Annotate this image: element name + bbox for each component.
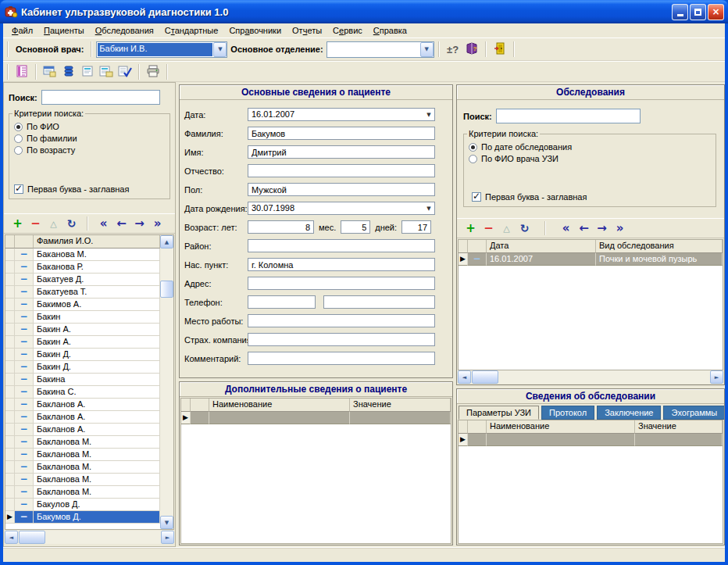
patient-name-cell[interactable]: Баканова М. xyxy=(34,249,160,261)
scroll-right-icon[interactable]: ► xyxy=(161,531,174,544)
patient-name-cell[interactable]: Бакланов А. xyxy=(34,424,160,436)
patient-row[interactable]: −Бакин Д. xyxy=(5,361,160,374)
patient-card-button[interactable] xyxy=(41,63,59,80)
tab-2[interactable]: Протокол xyxy=(541,406,594,420)
radio-selected-icon[interactable] xyxy=(469,143,477,152)
exams-horizontal-scrollbar[interactable]: ◄ ► xyxy=(458,370,723,384)
age-days-input[interactable] xyxy=(401,220,431,234)
menu-item-6[interactable]: Сервис xyxy=(327,25,368,36)
radio-option-1[interactable]: По фамилии xyxy=(14,134,165,143)
name-column-header[interactable]: Наименование xyxy=(487,420,635,434)
prev-button[interactable]: ← xyxy=(112,216,130,231)
patient-row[interactable]: −Бакланов А. xyxy=(5,399,160,411)
scroll-up-icon[interactable]: ▲ xyxy=(160,235,173,249)
age-years-input[interactable] xyxy=(248,220,314,234)
exam-type-cell[interactable]: Почки и мочевой пузырь xyxy=(596,253,723,266)
scrollbar-thumb[interactable] xyxy=(160,281,173,298)
help-button[interactable]: ? xyxy=(462,41,481,59)
last-button[interactable]: » xyxy=(611,220,629,236)
menu-item-2[interactable]: Обследования xyxy=(90,25,159,36)
patient-row[interactable]: −Бакланова М. xyxy=(5,474,160,486)
patient-row[interactable]: −Бакланова М. xyxy=(5,486,160,499)
field-input[interactable] xyxy=(248,164,435,177)
patient-row[interactable]: −Бакин Д. xyxy=(5,349,160,361)
age-months-input[interactable] xyxy=(341,220,370,234)
date-column-header[interactable]: Дата xyxy=(487,240,596,253)
phone-input-1[interactable] xyxy=(248,295,316,309)
exam-search-input[interactable] xyxy=(496,109,641,123)
refresh-button[interactable]: ↻ xyxy=(516,220,534,236)
field-input[interactable] xyxy=(248,352,435,365)
radio-option-0[interactable]: По дате обследования xyxy=(469,142,711,152)
field-combobox[interactable]: 16.01.2007▼ xyxy=(248,108,435,121)
last-button[interactable]: » xyxy=(148,216,166,231)
delete-button[interactable]: − xyxy=(480,220,498,236)
patient-row[interactable]: −Бакланов А. xyxy=(5,411,160,424)
exam-type-column-header[interactable]: Вид обследования xyxy=(596,240,723,253)
menu-item-1[interactable]: Пациенты xyxy=(38,25,90,36)
maximize-button[interactable] xyxy=(690,4,706,20)
phone-input-2[interactable] xyxy=(323,295,435,309)
patient-row[interactable]: −Бакланова М. xyxy=(5,449,160,461)
scrollbar-thumb[interactable] xyxy=(19,531,45,544)
patient-row[interactable]: −Бакина xyxy=(5,374,160,386)
patient-row[interactable]: −Баканова Р. xyxy=(5,261,160,274)
radio-option-1[interactable]: По ФИО врача УЗИ xyxy=(469,154,711,163)
scroll-right-icon[interactable]: ► xyxy=(710,370,723,384)
tab-1[interactable]: Параметры УЗИ xyxy=(459,406,539,420)
patients-horizontal-scrollbar[interactable]: ◄ ► xyxy=(5,531,174,544)
patient-name-cell[interactable]: Бакланова М. xyxy=(34,461,160,474)
next-button[interactable]: → xyxy=(130,216,148,231)
first-button[interactable]: « xyxy=(557,220,575,236)
refresh-button[interactable]: ↻ xyxy=(62,216,80,231)
patient-name-cell[interactable]: Баканова Р. xyxy=(34,261,160,274)
edit-button[interactable]: △ xyxy=(45,216,62,231)
checkbox-checked-icon[interactable] xyxy=(14,184,23,194)
surname-column-header[interactable]: Фамилия И.О. xyxy=(34,235,160,249)
minimize-button[interactable] xyxy=(672,4,688,20)
close-button[interactable]: × xyxy=(708,4,724,20)
additional-table-row[interactable]: ▶ xyxy=(181,412,451,424)
patient-name-cell[interactable]: Бакланова М. xyxy=(34,486,160,499)
menu-item-0[interactable]: Файл xyxy=(6,25,38,36)
patient-search-input[interactable] xyxy=(41,90,160,105)
value-column-header[interactable]: Значение xyxy=(350,399,451,412)
field-combobox[interactable]: 30.07.1998▼ xyxy=(248,202,435,215)
title-bar[interactable]: Кабинет ультразвуковой диагностики 1.0 × xyxy=(0,0,728,23)
chevron-down-icon[interactable]: ▼ xyxy=(423,109,434,120)
patient-name-cell[interactable]: Бакланова М. xyxy=(34,449,160,461)
protocol-button[interactable] xyxy=(78,63,97,80)
chevron-down-icon[interactable]: ▼ xyxy=(423,202,434,214)
exam-row[interactable]: ▶−16.01.2007Почки и мочевой пузырь xyxy=(459,253,723,266)
patient-name-cell[interactable]: Бакатуева Т. xyxy=(34,286,160,299)
patient-row[interactable]: −Бакланов А. xyxy=(5,424,160,436)
scroll-down-icon[interactable]: ▼ xyxy=(160,516,173,529)
patient-name-cell[interactable]: Бакин А. xyxy=(34,324,160,336)
menu-item-3[interactable]: Стандартные xyxy=(159,25,224,36)
edit-button[interactable]: △ xyxy=(498,220,516,236)
patient-name-cell[interactable]: Бакин А. xyxy=(34,336,160,349)
about-button[interactable]: ±? xyxy=(444,41,462,59)
confirm-button[interactable] xyxy=(116,63,134,80)
patient-name-cell[interactable]: Бакумов Д. xyxy=(34,511,160,524)
database-button[interactable] xyxy=(59,63,78,80)
radio-selected-icon[interactable] xyxy=(14,123,23,131)
field-input[interactable] xyxy=(248,258,435,271)
patient-name-cell[interactable]: Бакланов А. xyxy=(34,399,160,411)
conclusion-button[interactable] xyxy=(97,63,116,80)
patient-row[interactable]: −Бакланова М. xyxy=(5,461,160,474)
patient-name-cell[interactable]: Бакин xyxy=(34,311,160,324)
patient-row[interactable]: −Бакин А. xyxy=(5,336,160,349)
patient-name-cell[interactable]: Бакимов А. xyxy=(34,299,160,311)
department-combobox[interactable]: ▼ xyxy=(327,41,434,58)
patients-vertical-scrollbar[interactable]: ▲ ▼ xyxy=(160,235,173,529)
first-button[interactable]: « xyxy=(95,216,112,231)
patient-row[interactable]: ▶−Бакумов Д. xyxy=(5,511,160,524)
print-button[interactable] xyxy=(144,63,162,80)
patient-name-cell[interactable]: Бакин Д. xyxy=(34,361,160,374)
details-table-row[interactable]: ▶ xyxy=(459,434,723,446)
patient-row[interactable]: −Бакина С. xyxy=(5,386,160,399)
radio-option-0[interactable]: По ФИО xyxy=(14,122,165,131)
menu-item-7[interactable]: Справка xyxy=(368,25,412,36)
menu-item-4[interactable]: Справочники xyxy=(223,25,287,36)
